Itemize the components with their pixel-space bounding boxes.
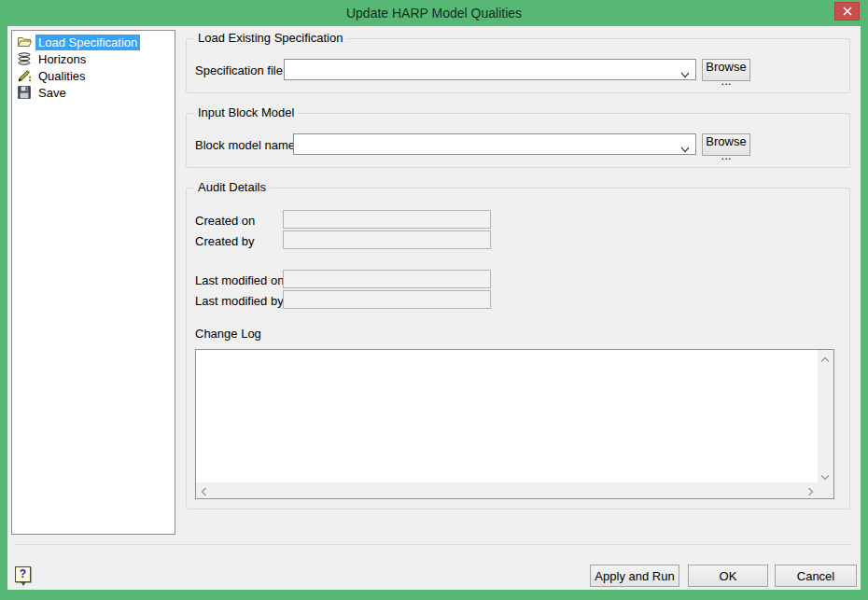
dialog-body: Load Specification Horizons [7, 26, 861, 590]
created-by-label: Created by [195, 234, 255, 249]
created-by-field [283, 230, 491, 249]
chevron-down-icon[interactable] [680, 67, 690, 74]
open-folder-icon [17, 35, 32, 49]
cancel-button[interactable]: Cancel [775, 565, 857, 587]
close-icon [843, 5, 852, 19]
chevron-down-icon[interactable] [820, 470, 830, 480]
sidebar-item-qualities[interactable]: Qualities [17, 67, 175, 84]
created-on-field [283, 210, 491, 229]
change-log-textarea[interactable] [195, 349, 834, 499]
sidebar-item-label: Horizons [35, 51, 89, 67]
group-title: Input Block Model [194, 105, 298, 120]
chevron-right-icon[interactable] [805, 485, 815, 495]
window-title: Update HARP Model Qualities [0, 0, 868, 26]
chevron-down-icon[interactable] [680, 142, 690, 148]
specification-file-combobox[interactable] [284, 59, 696, 80]
specification-file-browse-button[interactable]: Browse ... [702, 59, 750, 81]
sidebar-item-label: Qualities [35, 68, 89, 84]
block-model-name-browse-button[interactable]: Browse ... [702, 133, 750, 156]
dialog-window: Update HARP Model Qualities Load Specifi… [0, 0, 868, 600]
scrollbar-corner [819, 483, 833, 498]
block-model-name-label: Block model name [195, 138, 295, 153]
specification-file-input[interactable] [287, 61, 675, 78]
pencil-edit-icon [17, 68, 32, 83]
sidebar-item-label: Save [35, 85, 69, 101]
last-modified-by-field [283, 290, 491, 309]
help-question-icon[interactable]: ? [15, 566, 31, 582]
created-on-label: Created on [195, 214, 255, 229]
sidebar-nav: Load Specification Horizons [11, 30, 175, 535]
change-log-label: Change Log [195, 327, 261, 342]
last-modified-by-label: Last modified by [195, 294, 284, 309]
footer-divider [14, 544, 852, 545]
last-modified-on-label: Last modified on [195, 273, 284, 288]
horizontal-scrollbar[interactable] [196, 482, 819, 498]
sidebar-item-save[interactable]: Save [17, 84, 175, 101]
close-button[interactable] [834, 2, 860, 21]
specification-file-label: Specification file [195, 63, 283, 78]
group-title: Load Existing Specification [194, 31, 346, 46]
floppy-save-icon [17, 85, 32, 100]
sidebar-item-horizons[interactable]: Horizons [17, 50, 175, 67]
group-title: Audit Details [194, 180, 270, 195]
sidebar-item-label: Load Specification [35, 35, 140, 50]
load-existing-specification-group: Load Existing Specification Specificatio… [186, 38, 850, 93]
chevron-left-icon[interactable] [200, 485, 209, 495]
titlebar: Update HARP Model Qualities [0, 0, 868, 26]
block-model-name-combobox[interactable] [293, 133, 696, 155]
input-block-model-group: Input Block Model Block model name Brows… [186, 113, 850, 168]
last-modified-on-field [283, 270, 491, 288]
block-model-name-input[interactable] [296, 135, 675, 153]
ok-button[interactable]: OK [688, 565, 768, 587]
chevron-up-icon[interactable] [820, 354, 830, 363]
vertical-scrollbar[interactable] [818, 350, 833, 483]
sidebar-item-load-specification[interactable]: Load Specification [17, 34, 175, 50]
audit-details-group: Audit Details Created on Created by Last… [186, 188, 850, 509]
apply-and-run-button[interactable]: Apply and Run [590, 565, 679, 587]
layers-icon [17, 51, 32, 66]
